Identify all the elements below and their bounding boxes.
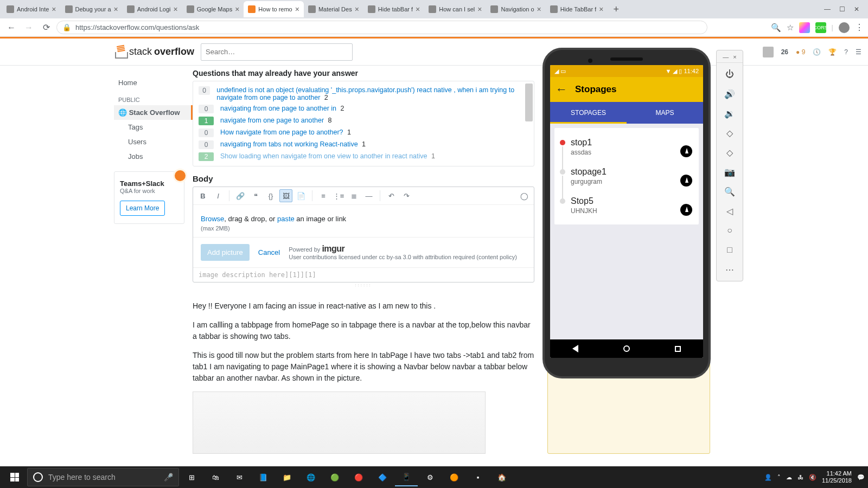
nav-back-icon[interactable] — [572, 345, 578, 352]
suggestion-link[interactable]: navigating from tabs not working React-n… — [220, 140, 358, 148]
address-bar[interactable]: 🔒 https://stackoverflow.com/questions/as… — [56, 21, 707, 34]
task-view-icon[interactable]: ⊞ — [180, 468, 203, 486]
taskbar-search[interactable]: Type here to search🎤 — [27, 468, 179, 486]
code-button[interactable]: {} — [264, 189, 277, 202]
add-picture-button[interactable]: Add picture — [201, 244, 250, 261]
home-nav-icon[interactable]: ○ — [722, 222, 738, 239]
achievements-icon[interactable]: 🏆 — [828, 48, 837, 56]
suggestion-item[interactable]: 0navigating from tabs not working React-… — [193, 139, 534, 151]
close-icon[interactable]: × — [537, 5, 541, 14]
camera-icon[interactable]: 📷 — [722, 164, 738, 180]
power-icon[interactable]: ⏻ — [722, 66, 738, 82]
taskbar-clock[interactable]: 11:42 AM 11/25/2018 — [822, 470, 852, 484]
browse-link[interactable]: Browse — [201, 215, 224, 223]
volume-icon[interactable]: 🔇 — [809, 474, 816, 481]
taskbar-app-terminal[interactable]: ▪ — [467, 468, 489, 486]
close-icon[interactable]: × — [235, 5, 239, 14]
volume-down-icon[interactable]: 🔉 — [722, 105, 738, 121]
new-tab-button[interactable]: + — [608, 4, 624, 15]
cancel-link[interactable]: Cancel — [258, 244, 280, 256]
suggestion-item[interactable]: 2Show loading when navigate from one vie… — [193, 151, 534, 163]
back-button[interactable]: ← — [4, 21, 18, 35]
taskbar-app-emulator[interactable]: 📱 — [395, 468, 418, 486]
browser-tab[interactable]: Hide TabBar f× — [546, 1, 608, 17]
suggestion-link[interactable]: Show loading when navigate from one view… — [220, 152, 427, 160]
close-icon[interactable]: × — [355, 5, 359, 14]
star-icon[interactable]: ☆ — [787, 23, 794, 33]
bold-button[interactable]: B — [196, 189, 209, 202]
redo-button[interactable]: ↷ — [400, 189, 413, 202]
suggestion-link[interactable]: navigate from one page to another — [220, 117, 324, 124]
profile-avatar[interactable] — [839, 22, 850, 33]
extension-icon[interactable]: CORS — [815, 22, 826, 33]
close-icon[interactable]: × — [416, 5, 420, 14]
browser-tab[interactable]: Android Logi× — [123, 1, 182, 17]
forward-button[interactable]: → — [22, 21, 36, 35]
close-window-icon[interactable]: ✕ — [854, 5, 859, 13]
browser-tab[interactable]: Debug your a× — [61, 1, 123, 17]
help-button[interactable]: ◯ — [518, 189, 531, 202]
browser-tab-active[interactable]: How to remo× — [244, 1, 304, 17]
nav-tags[interactable]: Tags — [114, 120, 193, 134]
rotate-right-icon[interactable]: ◇ — [722, 144, 738, 160]
extension-icon[interactable] — [799, 22, 810, 33]
network-icon[interactable]: 🖧 — [797, 474, 803, 480]
notifications-icon[interactable]: 💬 — [857, 474, 865, 481]
tab-stopages[interactable]: STOPAGES — [550, 102, 627, 124]
volume-up-icon[interactable]: 🔊 — [722, 86, 738, 102]
more-icon[interactable]: ⋯ — [722, 261, 738, 278]
nav-home[interactable]: Home — [114, 75, 193, 90]
stop-item[interactable]: stopage1 gurgugram — [554, 162, 699, 191]
undo-button[interactable]: ↶ — [385, 189, 398, 202]
android-emulator-window[interactable]: ◢▭ ▼◢▯11:42 ← Stopages STOPAGES MAPS sto… — [542, 48, 711, 378]
browser-tab[interactable]: Google Maps× — [182, 1, 244, 17]
suggestion-link[interactable]: navigating from one page to another in — [220, 105, 336, 112]
taskbar-app-vscode[interactable]: 🔷 — [371, 468, 394, 486]
heading-button[interactable]: ≣ — [347, 189, 360, 202]
learn-more-button[interactable]: Learn More — [120, 201, 165, 216]
maximize-icon[interactable]: ☐ — [839, 5, 845, 13]
suggestion-item[interactable]: 0undefined is not an object (evaluating … — [193, 85, 534, 103]
zoom-icon[interactable]: 🔍 — [722, 183, 738, 200]
taskbar-app-avd[interactable]: 🏠 — [490, 468, 513, 486]
minimize-icon[interactable]: — — [824, 5, 831, 13]
image-button[interactable]: 🖼 — [279, 189, 292, 202]
taskbar-app-settings[interactable]: ⚙ — [419, 468, 442, 486]
italic-button[interactable]: I — [212, 189, 225, 202]
browser-tab[interactable]: Android Inte× — [2, 1, 61, 17]
nav-stackoverflow[interactable]: 🌐 Stack Overflow — [114, 105, 193, 120]
suggestion-link[interactable]: undefined is not an object (evaluating '… — [216, 86, 514, 101]
mic-icon[interactable]: 🎤 — [164, 473, 173, 481]
ulist-button[interactable]: ⋮≡ — [332, 189, 345, 202]
back-arrow-icon[interactable]: ← — [556, 82, 567, 97]
overview-nav-icon[interactable]: □ — [722, 242, 738, 258]
close-icon[interactable]: × — [114, 5, 118, 14]
start-button[interactable] — [3, 468, 26, 486]
close-icon[interactable]: × — [599, 5, 603, 14]
compass-icon[interactable] — [680, 204, 692, 216]
taskbar-app-store[interactable]: 🛍 — [204, 468, 227, 486]
taskbar-app-chrome[interactable]: 🔴 — [347, 468, 370, 486]
compass-icon[interactable] — [680, 175, 692, 187]
rotate-left-icon[interactable]: ◇ — [722, 125, 738, 141]
site-switcher-icon[interactable]: ☰ — [856, 48, 861, 56]
suggestion-item[interactable]: 0How navigate from one page to another? … — [193, 127, 534, 139]
hr-button[interactable]: — — [362, 189, 375, 202]
site-logo[interactable]: stackoverflow — [115, 46, 194, 59]
onedrive-icon[interactable]: ☁ — [786, 474, 792, 481]
nav-home-icon[interactable] — [623, 345, 630, 352]
close-icon[interactable]: × — [295, 5, 299, 14]
user-avatar[interactable] — [763, 47, 774, 57]
taskbar-app-edge[interactable]: 🌐 — [299, 468, 322, 486]
close-icon[interactable]: × — [52, 5, 56, 14]
taskbar-app-androidstudio[interactable]: 🟢 — [323, 468, 346, 486]
zoom-icon[interactable]: 🔍 — [771, 23, 781, 33]
link-button[interactable]: 🔗 — [234, 189, 247, 202]
taskbar-app-mail[interactable]: ✉ — [228, 468, 251, 486]
menu-icon[interactable]: ⋮ — [855, 22, 864, 33]
site-search-input[interactable] — [201, 43, 353, 61]
taskbar-app[interactable]: 🟠 — [443, 468, 465, 486]
suggestion-link[interactable]: How navigate from one page to another? — [220, 129, 343, 136]
help-icon[interactable]: ? — [844, 48, 848, 56]
back-nav-icon[interactable]: ◁ — [722, 203, 738, 219]
